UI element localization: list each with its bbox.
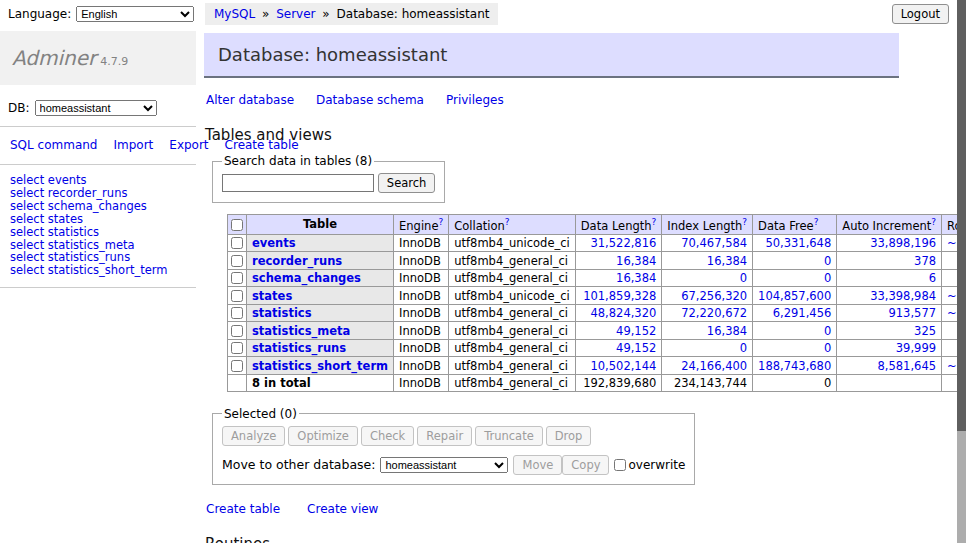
engine-cell: InnoDB	[394, 287, 449, 305]
auto-increment-cell-link[interactable]: 325	[914, 324, 936, 338]
auto-increment-cell-link[interactable]: 39,999	[896, 341, 936, 355]
auto-increment-cell: 33,398,984	[837, 287, 942, 305]
help-icon[interactable]: ?	[742, 217, 747, 227]
sidebar-item-select-events[interactable]: select events	[10, 174, 186, 187]
table-link-statistics[interactable]: statistics	[252, 306, 312, 320]
sidebar-item-select-schema-changes[interactable]: select schema_changes	[10, 200, 186, 213]
index-length-cell: 0	[662, 269, 753, 287]
table-name-cell: events	[247, 234, 394, 252]
sidebar-item-select-statistics[interactable]: select statistics	[10, 226, 186, 239]
index-length-cell-link[interactable]: 72,220,672	[681, 306, 747, 320]
create-create-view[interactable]: Create view	[307, 502, 378, 516]
scrollbar-thumb[interactable]	[957, 0, 966, 431]
table-link-statistics-meta[interactable]: statistics_meta	[252, 324, 350, 338]
row-checkbox-events[interactable]	[231, 237, 243, 249]
move-button[interactable]: Move	[513, 455, 562, 475]
data-length-cell-link[interactable]: 49,152	[616, 341, 656, 355]
repair-button[interactable]: Repair	[417, 426, 472, 446]
truncate-button[interactable]: Truncate	[475, 426, 543, 446]
index-length-cell-link[interactable]: 70,467,584	[681, 236, 747, 250]
breadcrumb-server[interactable]: Server	[276, 7, 315, 21]
data-length-cell-link[interactable]: 16,384	[616, 271, 656, 285]
data-free-cell-link[interactable]: 0	[824, 271, 831, 285]
row-checkbox-recorder-runs[interactable]	[231, 255, 243, 267]
row-checkbox-statistics-short-term[interactable]	[231, 360, 243, 372]
sidebar-item-select-recorder-runs[interactable]: select recorder_runs	[10, 187, 186, 200]
help-icon[interactable]: ?	[931, 217, 936, 227]
index-length-cell-link[interactable]: 0	[740, 341, 747, 355]
optimize-button[interactable]: Optimize	[288, 426, 358, 446]
auto-increment-cell-link[interactable]: 33,398,984	[870, 289, 936, 303]
row-checkbox-statistics-meta[interactable]	[231, 325, 243, 337]
sidebar-action-import[interactable]: Import	[113, 138, 153, 152]
index-length-cell-link[interactable]: 16,384	[707, 254, 747, 268]
auto-increment-cell-link[interactable]: 33,898,196	[870, 236, 936, 250]
sidebar-item-select-states[interactable]: select states	[10, 213, 186, 226]
data-free-cell-link[interactable]: 0	[824, 254, 831, 268]
sidebar-action-sql-command[interactable]: SQL command	[10, 138, 97, 152]
data-free-cell-link[interactable]: 188,743,680	[758, 359, 831, 373]
data-length-cell-link[interactable]: 101,859,328	[583, 289, 656, 303]
data-length-cell-link[interactable]: 16,384	[616, 254, 656, 268]
index-length-cell-link[interactable]: 24,166,400	[681, 359, 747, 373]
column-header-cell-engine: Engine?	[394, 215, 449, 235]
db-action-database-schema[interactable]: Database schema	[316, 93, 424, 107]
auto-increment-cell-link[interactable]: 8,581,645	[878, 359, 937, 373]
table-link-statistics-runs[interactable]: statistics_runs	[252, 341, 346, 355]
row-checkbox-schema-changes[interactable]	[231, 272, 243, 284]
create-create-table[interactable]: Create table	[206, 502, 280, 516]
auto-increment-cell-link[interactable]: 913,577	[888, 306, 936, 320]
drop-button[interactable]: Drop	[546, 426, 592, 446]
overwrite-checkbox[interactable]	[614, 459, 626, 471]
vertical-scrollbar[interactable]	[957, 0, 966, 543]
help-icon[interactable]: ?	[652, 217, 657, 227]
table-link-recorder-runs[interactable]: recorder_runs	[252, 254, 342, 268]
search-input[interactable]	[222, 174, 374, 192]
db-action-alter-database[interactable]: Alter database	[206, 93, 294, 107]
logo-band: Adminer4.7.9	[0, 31, 196, 85]
data-free-cell: 0	[753, 374, 837, 391]
help-icon[interactable]: ?	[438, 217, 443, 227]
column-header-auto-increment: Auto Increment	[842, 219, 931, 233]
sidebar-divider	[0, 164, 196, 165]
data-free-cell: 50,331,648	[753, 234, 837, 252]
index-length-cell-link[interactable]: 67,256,320	[681, 289, 747, 303]
db-action-privileges[interactable]: Privileges	[446, 93, 504, 107]
logout-button[interactable]: Logout	[892, 4, 949, 24]
column-header-cell-collation: Collation?	[449, 215, 576, 235]
analyze-button[interactable]: Analyze	[222, 426, 285, 446]
table-link-statistics-short-term[interactable]: statistics_short_term	[252, 359, 388, 373]
data-length-cell-link[interactable]: 48,824,320	[590, 306, 656, 320]
language-select[interactable]: English	[76, 6, 194, 22]
index-length-cell-link[interactable]: 0	[740, 271, 747, 285]
help-icon[interactable]: ?	[814, 217, 819, 227]
table-link-events[interactable]: events	[252, 236, 296, 250]
data-free-cell-link[interactable]: 50,331,648	[765, 236, 831, 250]
data-length-cell-link[interactable]: 10,502,144	[590, 359, 656, 373]
check-button[interactable]: Check	[361, 426, 414, 446]
auto-increment-cell-link[interactable]: 6	[929, 271, 936, 285]
help-icon[interactable]: ?	[505, 217, 510, 227]
db-select[interactable]: homeassistant	[35, 100, 157, 116]
table-link-states[interactable]: states	[252, 289, 292, 303]
table-link-schema-changes[interactable]: schema_changes	[252, 271, 361, 285]
row-checkbox-statistics[interactable]	[231, 307, 243, 319]
index-length-cell-link[interactable]: 16,384	[707, 324, 747, 338]
row-checkbox-statistics-runs[interactable]	[231, 342, 243, 354]
sidebar-item-select-statistics-short-term[interactable]: select statistics_short_term	[10, 264, 186, 277]
data-free-cell-link[interactable]: 0	[824, 324, 831, 338]
data-free-cell-link[interactable]: 104,857,600	[758, 289, 831, 303]
breadcrumb-mysql[interactable]: MySQL	[214, 7, 255, 21]
data-length-cell-link[interactable]: 49,152	[616, 324, 656, 338]
search-button[interactable]: Search	[378, 173, 436, 193]
row-checkbox-states[interactable]	[231, 290, 243, 302]
data-free-cell-link[interactable]: 6,291,456	[773, 306, 832, 320]
data-length-cell-link[interactable]: 31,522,816	[590, 236, 656, 250]
row-checkbox-cell	[228, 339, 247, 357]
copy-button[interactable]: Copy	[562, 455, 609, 475]
select-all-checkbox[interactable]	[231, 219, 243, 231]
move-database-select[interactable]: homeassistant	[380, 457, 508, 473]
data-free-cell-link[interactable]: 0	[824, 341, 831, 355]
create-links: Create tableCreate view	[206, 502, 956, 516]
auto-increment-cell-link[interactable]: 378	[914, 254, 936, 268]
